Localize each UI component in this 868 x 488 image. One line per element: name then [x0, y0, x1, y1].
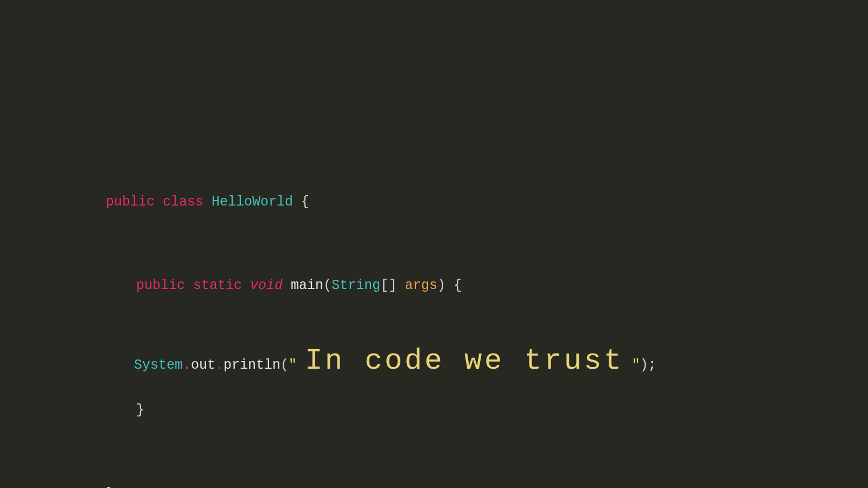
semicolon: ; — [648, 356, 656, 375]
code-block: public class HelloWorld { public static … — [73, 174, 656, 488]
param-type: String — [331, 278, 380, 293]
code-line-2: public static void main(String[] args) { — [73, 257, 656, 314]
param-name: args — [405, 278, 437, 293]
keyword-public: public — [136, 278, 185, 293]
paren-close: ) — [640, 356, 648, 375]
class-name: HelloWorld — [212, 194, 293, 210]
brace-close: } — [136, 402, 144, 418]
brace-open: { — [445, 278, 462, 293]
brace-close: } — [106, 486, 114, 488]
keyword-class: class — [163, 194, 203, 210]
dot: . — [183, 356, 191, 375]
string-message: In code we trust — [305, 341, 624, 382]
code-line-4: } — [73, 382, 656, 439]
paren-close: ) — [437, 278, 445, 293]
method-println: println — [224, 356, 280, 375]
keyword-static: static — [193, 278, 242, 293]
code-line-blank — [73, 322, 656, 341]
string-quote-open: " — [289, 356, 305, 375]
dot: . — [215, 356, 224, 375]
code-line-blank — [73, 446, 656, 465]
code-line-5: } — [73, 465, 656, 488]
code-line-3: System.out.println(" In code we trust ")… — [73, 341, 656, 382]
object-system: System — [134, 356, 183, 375]
brackets: [] — [380, 278, 397, 293]
code-line-1: public class HelloWorld { — [73, 174, 656, 230]
brace-open: { — [293, 194, 309, 210]
keyword-void: void — [250, 278, 283, 293]
field-out: out — [191, 356, 215, 375]
method-main: main — [291, 278, 323, 293]
paren-open: ( — [280, 356, 289, 375]
string-quote-close: " — [624, 356, 640, 375]
code-line-blank — [73, 238, 656, 257]
paren-open: ( — [323, 278, 331, 293]
keyword-public: public — [106, 194, 155, 210]
